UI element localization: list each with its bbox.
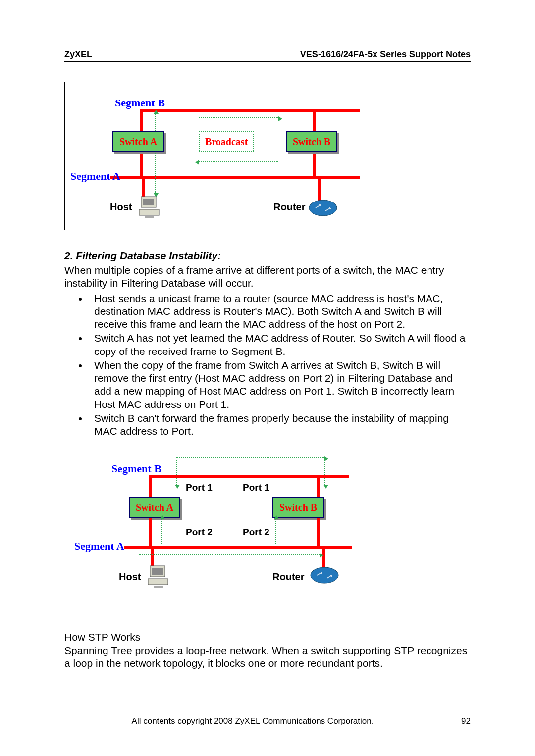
bullet-3: When the copy of the frame from Switch A… xyxy=(88,359,471,411)
switch-b-label: Switch B xyxy=(293,136,330,147)
svg-rect-1 xyxy=(143,199,154,205)
port1-left: Port 1 xyxy=(186,482,213,493)
segment-b-label-2: Segment B xyxy=(111,462,161,475)
pc-icon xyxy=(137,195,162,219)
header-brand: ZyXEL xyxy=(64,50,92,60)
svg-rect-6 xyxy=(152,568,163,575)
svg-point-4 xyxy=(309,200,337,216)
footer-copyright: All contents copyright 2008 ZyXEL Commun… xyxy=(64,716,441,726)
diagram-2: Segment B Port 1 Port 1 Switch A Switch … xyxy=(74,448,391,596)
bullet-1: Host sends a unicast frame to a router (… xyxy=(88,292,471,331)
svg-point-9 xyxy=(311,567,338,583)
howstp-title: How STP Works xyxy=(64,631,471,644)
switch-a-label: Switch A xyxy=(119,136,157,147)
host-label-2: Host xyxy=(119,571,141,583)
diagram-1: Segment B Switch A Broadcast Switch B Se… xyxy=(75,87,382,225)
howstp-body: Spanning Tree provides a loop-free netwo… xyxy=(64,644,471,670)
footer-page-number: 92 xyxy=(441,716,471,726)
document-page: ZyXEL VES-1616/24FA-5x Series Support No… xyxy=(0,0,535,756)
header-doc-title: VES-1616/24FA-5x Series Support Notes xyxy=(300,50,471,60)
switch-a-box-2: Switch A xyxy=(129,497,180,518)
port2-left: Port 2 xyxy=(186,527,213,538)
switch-b-box-2: Switch B xyxy=(272,497,324,518)
svg-rect-2 xyxy=(139,209,159,215)
diagram-1-container: Segment B Switch A Broadcast Switch B Se… xyxy=(64,82,471,230)
broadcast-box: Broadcast xyxy=(199,131,254,152)
switch-a-label-2: Switch A xyxy=(136,502,173,513)
segment-a-label: Segment A xyxy=(70,170,120,183)
router-label: Router xyxy=(273,202,305,213)
pc-icon-2 xyxy=(146,564,171,589)
section-2-intro: When multiple copies of a frame arrive a… xyxy=(64,264,471,290)
switch-b-box: Switch B xyxy=(286,131,337,152)
port1-right: Port 1 xyxy=(243,482,269,493)
router-icon-2 xyxy=(310,565,339,585)
section-2-bullets: Host sends a unicast frame to a router (… xyxy=(64,292,471,438)
svg-rect-8 xyxy=(154,586,163,588)
router-label-2: Router xyxy=(272,571,304,583)
section-2-title: 2. Filtering Database Instability: xyxy=(64,250,471,262)
bullet-4: Switch B can't forward the frames proper… xyxy=(88,412,471,438)
router-icon xyxy=(308,198,338,218)
switch-b-label-2: Switch B xyxy=(279,502,317,513)
port2-right: Port 2 xyxy=(243,527,269,538)
bullet-2: Switch A has not yet learned the MAC add… xyxy=(88,332,471,358)
svg-rect-3 xyxy=(145,216,154,218)
segment-b-label: Segment B xyxy=(115,97,165,109)
svg-rect-7 xyxy=(148,579,168,585)
switch-a-box: Switch A xyxy=(112,131,164,152)
page-header: ZyXEL VES-1616/24FA-5x Series Support No… xyxy=(64,50,471,62)
diagram-2-container: Segment B Port 1 Port 1 Switch A Switch … xyxy=(74,448,471,596)
broadcast-label: Broadcast xyxy=(205,136,248,147)
host-label: Host xyxy=(110,202,132,213)
segment-a-label-2: Segment A xyxy=(74,540,124,553)
page-footer: All contents copyright 2008 ZyXEL Commun… xyxy=(64,716,471,726)
